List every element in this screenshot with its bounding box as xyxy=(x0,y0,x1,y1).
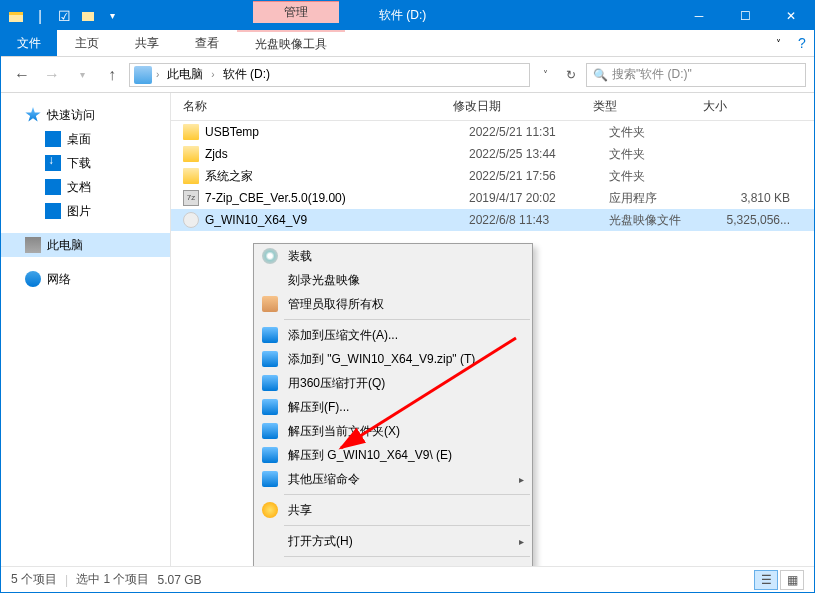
context-other-archive[interactable]: 其他压缩命令 xyxy=(254,467,532,491)
archive-icon xyxy=(262,375,278,391)
context-burn[interactable]: 刻录光盘映像 xyxy=(254,268,532,292)
file-row[interactable]: Zjds 2022/5/25 13:44 文件夹 xyxy=(171,143,814,165)
svg-rect-2 xyxy=(82,12,94,21)
folder-icon xyxy=(183,124,199,140)
image-icon xyxy=(45,203,61,219)
new-folder-icon[interactable] xyxy=(77,5,99,27)
context-share[interactable]: 共享 xyxy=(254,498,532,522)
sidebar-network[interactable]: 网络 xyxy=(1,267,170,291)
context-mount[interactable]: 装载 xyxy=(254,244,532,268)
breadcrumb-sep[interactable]: › xyxy=(211,69,214,80)
archive-icon xyxy=(262,471,278,487)
context-add-zip[interactable]: 添加到 "G_WIN10_X64_V9.zip" (T) xyxy=(254,347,532,371)
context-open-with[interactable]: 打开方式(H) xyxy=(254,529,532,553)
qat-separator: | xyxy=(29,5,51,27)
file-row[interactable]: 7z 7-Zip_CBE_Ver.5.0(19.00) 2019/4/17 20… xyxy=(171,187,814,209)
archive-icon: 7z xyxy=(183,190,199,206)
desktop-icon xyxy=(45,131,61,147)
help-icon[interactable]: ? xyxy=(790,30,814,56)
status-bar: 5 个项目 | 选中 1 个项目 5.07 GB ☰ ▦ xyxy=(1,566,814,592)
properties-icon[interactable]: ☑ xyxy=(53,5,75,27)
star-icon xyxy=(25,107,41,123)
folder-icon xyxy=(183,168,199,184)
folder-icon xyxy=(183,146,199,162)
search-box[interactable]: 🔍 搜索"软件 (D:)" xyxy=(586,63,806,87)
sidebar-desktop[interactable]: 桌面 xyxy=(1,127,170,151)
search-icon: 🔍 xyxy=(593,68,608,82)
sidebar-quick-access[interactable]: 快速访问 xyxy=(1,103,170,127)
file-row[interactable]: USBTemp 2022/5/21 11:31 文件夹 xyxy=(171,121,814,143)
close-button[interactable]: ✕ xyxy=(768,1,814,30)
column-modified[interactable]: 修改日期 xyxy=(453,98,593,115)
column-type[interactable]: 类型 xyxy=(593,98,703,115)
archive-icon xyxy=(262,399,278,415)
download-icon xyxy=(45,155,61,171)
iso-icon xyxy=(183,212,199,228)
disc-image-tools-tab[interactable]: 光盘映像工具 xyxy=(237,30,345,56)
address-bar: ← → ▾ ↑ › 此电脑 › 软件 (D:) ˅ ↻ 🔍 搜索"软件 (D:)… xyxy=(1,57,814,93)
context-extract-to[interactable]: 解压到(F)... xyxy=(254,395,532,419)
sidebar-downloads[interactable]: 下载 xyxy=(1,151,170,175)
qat-dropdown-icon[interactable]: ▾ xyxy=(101,5,123,27)
context-menu: 装载 刻录光盘映像 管理员取得所有权 添加到压缩文件(A)... 添加到 "G_… xyxy=(253,243,533,593)
address-dropdown-icon[interactable]: ˅ xyxy=(534,64,556,86)
drive-icon xyxy=(134,66,152,84)
search-placeholder: 搜索"软件 (D:)" xyxy=(612,66,692,83)
ribbon-collapse-icon[interactable]: ˅ xyxy=(766,30,790,56)
refresh-button[interactable]: ↻ xyxy=(560,64,582,86)
ribbon-context-label: 管理 xyxy=(253,1,339,23)
breadcrumb-location[interactable]: 软件 (D:) xyxy=(219,66,274,83)
menu-separator xyxy=(284,556,530,557)
file-row-selected[interactable]: G_WIN10_X64_V9 2022/6/8 11:43 光盘映像文件 5,3… xyxy=(171,209,814,231)
svg-rect-1 xyxy=(9,12,23,15)
disc-icon xyxy=(262,248,278,264)
breadcrumb-sep[interactable]: › xyxy=(156,69,159,80)
details-view-button[interactable]: ☰ xyxy=(754,570,778,590)
up-button[interactable]: ↑ xyxy=(99,62,125,88)
forward-button[interactable]: → xyxy=(39,62,65,88)
menu-separator xyxy=(284,494,530,495)
context-admin[interactable]: 管理员取得所有权 xyxy=(254,292,532,316)
breadcrumb-this-pc[interactable]: 此电脑 xyxy=(163,66,207,83)
pc-icon xyxy=(25,237,41,253)
sidebar-documents[interactable]: 文档 xyxy=(1,175,170,199)
network-icon xyxy=(25,271,41,287)
archive-icon xyxy=(262,423,278,439)
minimize-button[interactable]: ─ xyxy=(676,1,722,30)
titlebar: | ☑ ▾ 管理 软件 (D:) ─ ☐ ✕ xyxy=(1,1,814,30)
column-size[interactable]: 大小 xyxy=(703,98,814,115)
menu-separator xyxy=(284,319,530,320)
file-row[interactable]: 系统之家 2022/5/21 17:56 文件夹 xyxy=(171,165,814,187)
context-open-360[interactable]: 用360压缩打开(Q) xyxy=(254,371,532,395)
sidebar-pictures[interactable]: 图片 xyxy=(1,199,170,223)
users-icon xyxy=(262,296,278,312)
archive-icon xyxy=(262,351,278,367)
navigation-pane: 快速访问 桌面 下载 文档 图片 此电脑 网络 xyxy=(1,93,171,568)
status-item-count: 5 个项目 xyxy=(11,571,57,588)
sidebar-this-pc[interactable]: 此电脑 xyxy=(1,233,170,257)
view-tab[interactable]: 查看 xyxy=(177,30,237,56)
icons-view-button[interactable]: ▦ xyxy=(780,570,804,590)
column-name[interactable]: 名称 xyxy=(183,98,453,115)
ribbon-tabs: 文件 主页 共享 查看 光盘映像工具 ˅ ? xyxy=(1,30,814,57)
file-tab[interactable]: 文件 xyxy=(1,30,57,56)
context-extract-here[interactable]: 解压到当前文件夹(X) xyxy=(254,419,532,443)
archive-icon xyxy=(262,447,278,463)
recent-dropdown-icon[interactable]: ▾ xyxy=(69,62,95,88)
quick-access-toolbar: | ☑ ▾ xyxy=(1,1,123,30)
breadcrumb[interactable]: › 此电脑 › 软件 (D:) xyxy=(129,63,530,87)
document-icon xyxy=(45,179,61,195)
home-tab[interactable]: 主页 xyxy=(57,30,117,56)
status-size: 5.07 GB xyxy=(157,573,201,587)
context-extract-named[interactable]: 解压到 G_WIN10_X64_V9\ (E) xyxy=(254,443,532,467)
maximize-button[interactable]: ☐ xyxy=(722,1,768,30)
archive-icon xyxy=(262,327,278,343)
window-title: 软件 (D:) xyxy=(339,1,676,30)
share-icon xyxy=(262,502,278,518)
window-controls: ─ ☐ ✕ xyxy=(676,1,814,30)
context-add-archive[interactable]: 添加到压缩文件(A)... xyxy=(254,323,532,347)
back-button[interactable]: ← xyxy=(9,62,35,88)
column-headers: 名称 修改日期 类型 大小 xyxy=(171,93,814,121)
share-tab[interactable]: 共享 xyxy=(117,30,177,56)
folder-icon xyxy=(5,5,27,27)
